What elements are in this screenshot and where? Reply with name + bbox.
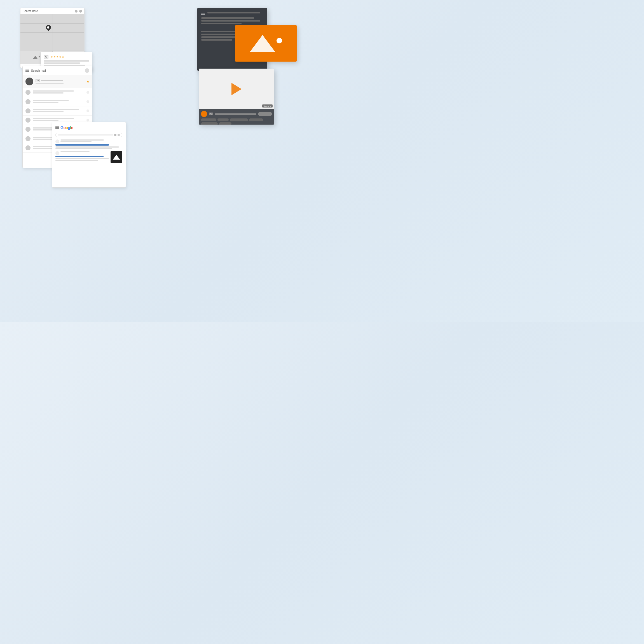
email-avatar-3 (25, 108, 31, 113)
email-lines-3 (33, 109, 84, 113)
hamburger-icon[interactable] (201, 12, 205, 15)
map-grid-v1 (36, 14, 36, 51)
result-img-icon (113, 155, 120, 160)
google-hamburger-icon[interactable] (55, 126, 59, 129)
gmail-search-input[interactable]: Search mail (31, 69, 83, 72)
article-menu-bar (201, 12, 263, 15)
email-more-1[interactable] (86, 91, 89, 94)
video-action-button[interactable] (258, 112, 272, 116)
gmail-ad-badge: Ad (36, 79, 40, 82)
video-card: Skip ad ▶ Ad (199, 69, 274, 125)
email-lines-1 (33, 90, 84, 94)
email-avatar-7 (25, 145, 31, 150)
result-title-1[interactable] (55, 144, 109, 146)
google-mic-icon[interactable] (114, 134, 116, 136)
result-url-text-1 (60, 139, 122, 143)
video-tag-4[interactable] (249, 118, 263, 121)
email-more-3[interactable] (86, 109, 89, 112)
email-more-4[interactable] (86, 119, 89, 121)
google-search-bar[interactable] (55, 133, 122, 137)
video-tag-1[interactable] (201, 118, 216, 121)
map-ad-badge: Ad (44, 55, 48, 58)
email-avatar-1 (25, 90, 31, 95)
map-grid-h1 (20, 23, 84, 24)
gmail-ad-star[interactable]: ★ (86, 80, 89, 83)
email-avatar-6 (25, 136, 31, 141)
video-ad-badge: Ad (209, 113, 213, 115)
star2: ★ (53, 55, 56, 58)
map-area (20, 14, 84, 51)
article-line-2 (201, 20, 260, 22)
star3: ★ (56, 55, 58, 58)
play-button[interactable] (231, 83, 242, 95)
article-line-1 (201, 17, 254, 19)
result-url-1 (55, 139, 122, 143)
result-url-2 (55, 151, 109, 155)
gmail-search-button[interactable] (85, 68, 89, 73)
video-tag-5[interactable] (201, 122, 218, 125)
map-grid-h3 (20, 42, 84, 42)
video-screen[interactable]: Skip ad ▶ (199, 69, 274, 109)
gmail-ad-row[interactable]: Ad ★ (23, 75, 92, 88)
result-url-text-2 (60, 151, 109, 155)
star4: ★ (59, 55, 61, 58)
sun-dot (277, 38, 282, 43)
result-desc-1a (55, 146, 119, 147)
video-tag-3[interactable] (230, 118, 248, 121)
email-more-2[interactable] (86, 100, 89, 103)
map-mic-icon[interactable] (75, 10, 78, 13)
gmail-ad-name (41, 80, 63, 81)
gmail-email-row-3[interactable] (23, 106, 92, 116)
result-title-2[interactable] (55, 156, 104, 157)
result-desc-2b (55, 160, 98, 161)
map-stars: ★ ★ ★ ★ ★ (51, 55, 64, 58)
gmail-email-row-2[interactable] (23, 97, 92, 106)
article-line-3 (201, 23, 242, 24)
email-line-1b (33, 92, 64, 93)
email-line-3a (33, 109, 79, 110)
google-search-card: Google (52, 122, 126, 188)
google-result-1 (55, 139, 122, 149)
map-search-icon[interactable] (79, 10, 82, 13)
email-line-2a (33, 100, 69, 101)
email-line-4a (33, 118, 74, 119)
map-pin (46, 25, 51, 32)
result-desc-2a (55, 158, 109, 159)
map-search-input[interactable]: Search here (23, 10, 73, 13)
logo-o2: o (65, 125, 68, 130)
video-tag-6[interactable] (219, 122, 231, 125)
gmail-ad-avatar (25, 78, 33, 85)
email-line-3b (33, 111, 64, 112)
email-lines-2 (33, 100, 84, 104)
video-tag-2[interactable] (217, 118, 229, 121)
gmail-ad-content: Ad (36, 79, 84, 84)
google-search-input[interactable] (58, 134, 113, 135)
result-favicon-1 (55, 139, 59, 143)
google-result-2 (55, 151, 122, 163)
star5: ★ (62, 55, 64, 58)
map-grid-h2 (20, 32, 84, 33)
google-logo: Google (60, 125, 73, 130)
email-avatar-2 (25, 99, 31, 104)
gmail-ad-desc (36, 83, 64, 84)
logo-e: e (71, 125, 73, 130)
video-channel-avatar (201, 111, 207, 117)
star1: ★ (51, 55, 53, 58)
orange-image-card (235, 25, 297, 62)
email-line-2b (33, 102, 58, 103)
google-search-button[interactable] (118, 134, 120, 136)
email-line-4b (33, 120, 58, 121)
article-line-7 (201, 39, 232, 41)
google-card-header: Google (55, 125, 122, 130)
email-line-1a (33, 90, 74, 92)
email-avatar-5 (25, 127, 31, 132)
logo-g: G (60, 125, 63, 130)
skip-ad-button[interactable]: Skip ad ▶ (262, 104, 273, 107)
mountain-triangle (250, 35, 275, 52)
gmail-header: Search mail (23, 66, 92, 75)
result-image-2 (111, 151, 122, 163)
gmail-hamburger-icon[interactable] (25, 69, 29, 72)
gmail-email-row-1[interactable] (23, 88, 92, 97)
result-desc-1b (55, 148, 112, 149)
map-search-bar[interactable]: Search here (20, 8, 84, 14)
